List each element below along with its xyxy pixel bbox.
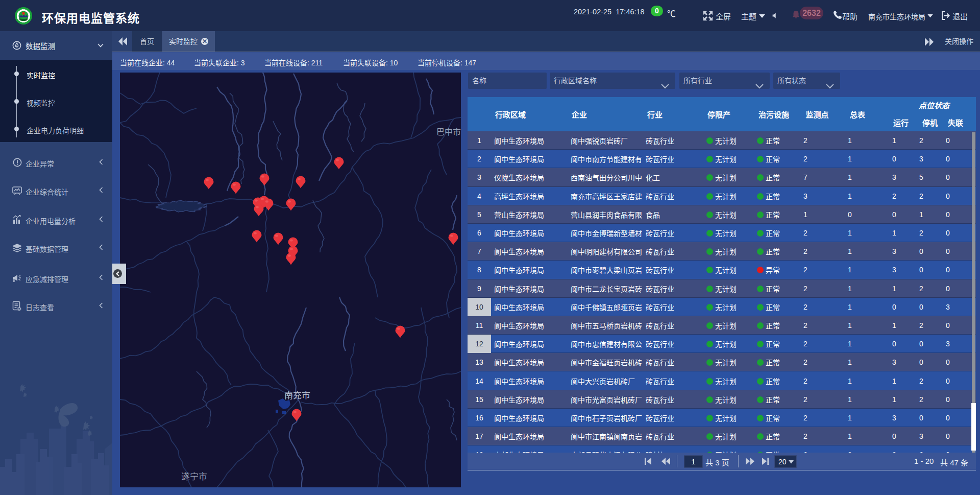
svg-text:南充市: 南充市 [284,391,310,400]
svg-text:遂宁市: 遂宁市 [181,472,207,482]
svg-text:巴中市: 巴中市 [436,128,461,136]
